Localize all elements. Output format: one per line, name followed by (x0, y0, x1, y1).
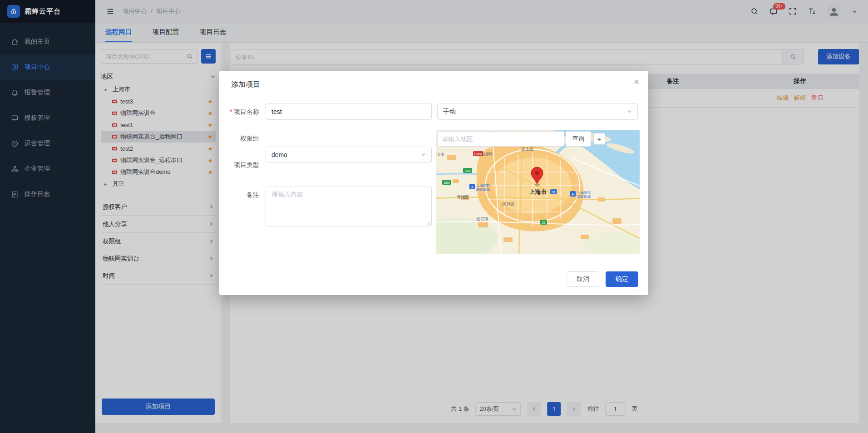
permission-group-value: demo (271, 151, 421, 158)
required-mark: * (230, 108, 232, 115)
mode-select-value: 手动 (443, 108, 627, 116)
remark-label: 备注 (226, 187, 259, 203)
permission-group-label: 权限组 (226, 130, 259, 147)
chevron-down-icon (627, 108, 632, 115)
road-badge-52: 52 (540, 220, 547, 225)
page: 霜蝉云平台 我的主页 项目中心 报警管理 模板管理 运营管理 (0, 0, 868, 433)
map-label-jiading: 嘉定区 (481, 152, 493, 157)
cancel-button[interactable]: 取消 (567, 271, 599, 287)
chevron-down-icon (421, 151, 426, 158)
remark-textarea[interactable] (266, 187, 432, 226)
map-label-minhang: 闵行区 (503, 202, 515, 206)
confirm-button[interactable]: 确定 (606, 271, 638, 287)
map-canvas: G204 S20 S26 31 52 昆山市 嘉定区 宝山区 青浦区 闵行区 松… (436, 130, 640, 254)
map-label-qingpu: 青浦区 (457, 195, 469, 199)
map-zoom-in-button[interactable]: + (593, 133, 605, 145)
map-label-songjiang: 松江区 (476, 217, 489, 221)
permission-group-select[interactable]: demo (266, 147, 432, 163)
project-name-input[interactable] (271, 108, 426, 115)
map-label-baoshan: 宝山区 (522, 147, 534, 151)
svg-text:S20: S20 (444, 181, 450, 184)
road-badge-31: 31 (550, 189, 557, 194)
svg-text:上海浦东: 上海浦东 (577, 191, 591, 195)
road-badge-s26: S26 (463, 168, 472, 173)
region-search-button[interactable]: 查询 (566, 131, 591, 147)
plane-icon: ✈ (471, 185, 474, 189)
region-input[interactable] (437, 131, 564, 147)
location-map[interactable]: G204 S20 S26 31 52 昆山市 嘉定区 宝山区 青浦区 闵行区 松… (436, 130, 640, 254)
svg-text:31: 31 (552, 191, 556, 194)
map-label-kunshan: 昆山市 (436, 152, 444, 157)
mode-select[interactable]: 手动 (437, 103, 638, 120)
svg-text:52: 52 (542, 221, 546, 224)
project-name-label: *项目名称 (226, 103, 259, 120)
svg-text:国际机场: 国际机场 (476, 187, 490, 192)
map-label-shanghai: 上海市 (529, 188, 547, 195)
svg-text:S26: S26 (465, 169, 471, 172)
close-icon[interactable]: × (634, 77, 639, 86)
plane-icon: ✈ (572, 192, 575, 197)
label-text: 项目名称 (234, 108, 259, 115)
project-name-field (266, 103, 432, 120)
svg-text:国际机场: 国际机场 (577, 195, 591, 199)
road-badge-s20: S20 (442, 180, 451, 185)
svg-text:上海虹桥: 上海虹桥 (476, 183, 490, 187)
add-project-dialog: 添加项目 × *项目名称 手动 权限组 demo 项目类型 远程网口 备注 (219, 71, 648, 295)
dialog-footer: 取消 确定 (567, 271, 638, 287)
dialog-title: 添加项目 (231, 80, 260, 89)
region-search-bar: 查询 + (437, 131, 605, 147)
project-type-label: 项目类型 (226, 157, 259, 173)
